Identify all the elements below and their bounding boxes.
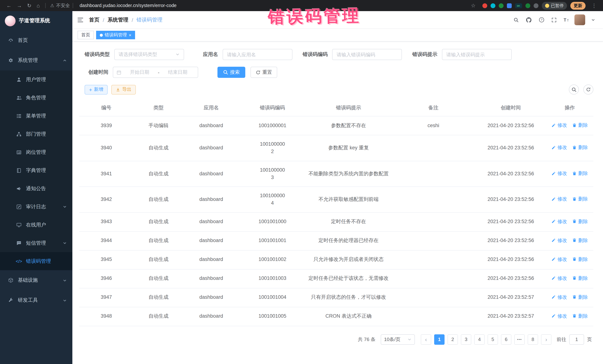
cell-id: 3943 bbox=[79, 212, 134, 231]
delete-link[interactable]: 删除 bbox=[572, 312, 588, 320]
avatar[interactable] bbox=[574, 14, 585, 25]
breadcrumb-item[interactable]: 系统管理 bbox=[108, 16, 128, 23]
update-button[interactable]: 更新 bbox=[570, 2, 586, 10]
app-name-input[interactable] bbox=[222, 49, 292, 60]
reset-button[interactable]: 重置 bbox=[251, 67, 277, 78]
error-code-table: 编号 类型 应用名 错误码编码 错误码提示 备注 创建时间 操作 3939手动编… bbox=[79, 100, 593, 326]
page-size-select[interactable]: 10条/页 bbox=[381, 334, 415, 344]
sidebar-item-notices[interactable]: 通知公告 bbox=[0, 179, 72, 198]
sidebar-toggle[interactable] bbox=[78, 17, 84, 22]
svg-text:T: T bbox=[567, 19, 569, 22]
address-bar[interactable]: ⚠ 不安全 dashboard.yudao.iocoder.cn/system/… bbox=[50, 2, 475, 9]
reload-icon[interactable]: ↻ bbox=[27, 3, 31, 8]
sidebar-item-users[interactable]: 用户管理 bbox=[0, 70, 72, 88]
pager-page-8[interactable]: 8 bbox=[528, 334, 538, 344]
home-icon[interactable]: ⌂ bbox=[36, 3, 40, 8]
add-button[interactable]: + 新增 bbox=[85, 85, 108, 94]
edit-icon bbox=[551, 171, 556, 176]
pager-page-4[interactable]: 4 bbox=[474, 334, 485, 344]
delete-link[interactable]: 删除 bbox=[572, 275, 588, 282]
cell-code: 100100000 2 bbox=[239, 135, 306, 161]
paused-badge[interactable]: 已暂停 bbox=[542, 2, 567, 10]
search-icon[interactable] bbox=[511, 15, 521, 25]
goto-page-input[interactable] bbox=[569, 334, 584, 344]
toggle-search-button[interactable] bbox=[569, 85, 579, 95]
menu-icon bbox=[16, 113, 22, 118]
extension-icon[interactable] bbox=[533, 3, 538, 8]
sidebar-item-error-codes[interactable]: </>错误码管理 bbox=[0, 252, 72, 270]
extension-icon[interactable] bbox=[525, 3, 530, 8]
refresh-table-button[interactable] bbox=[583, 85, 593, 95]
delete-link[interactable]: 删除 bbox=[572, 196, 588, 203]
cell-time: 2021-04-20 23:52:57 bbox=[475, 288, 546, 307]
pager-ellipsis[interactable]: ••• bbox=[514, 334, 525, 344]
pager-page-6[interactable]: 6 bbox=[501, 334, 511, 344]
delete-link[interactable]: 删除 bbox=[572, 121, 588, 129]
edit-link[interactable]: 修改 bbox=[551, 312, 567, 320]
edit-link[interactable]: 修改 bbox=[551, 293, 567, 301]
date-range-picker[interactable]: 开始日期 - 结束日期 bbox=[113, 67, 198, 78]
search-button[interactable]: 搜索 bbox=[218, 67, 245, 78]
extension-icon[interactable] bbox=[482, 3, 487, 8]
fullscreen-icon[interactable] bbox=[549, 15, 559, 25]
sidebar-item-posts[interactable]: 岗位管理 bbox=[0, 143, 72, 161]
tab-home[interactable]: 首页 bbox=[78, 31, 94, 39]
pager-page-2[interactable]: 2 bbox=[448, 334, 458, 344]
edit-link[interactable]: 修改 bbox=[551, 237, 567, 244]
filter-create-time: 创建时间 开始日期 - 结束日期 bbox=[85, 67, 198, 78]
edit-link[interactable]: 修改 bbox=[551, 170, 567, 177]
sidebar-item-infra[interactable]: 基础设施 bbox=[0, 270, 72, 290]
forward-icon[interactable]: → bbox=[17, 3, 22, 8]
cell-msg: 参数配置 key 重复 bbox=[306, 135, 391, 161]
edit-link[interactable]: 修改 bbox=[551, 255, 567, 263]
github-icon[interactable] bbox=[524, 15, 533, 25]
edit-link[interactable]: 修改 bbox=[551, 218, 567, 225]
sidebar-item-system[interactable]: 系统管理 bbox=[0, 50, 72, 70]
next-page-button[interactable]: › bbox=[541, 334, 551, 344]
cell-time: 2021-04-20 23:52:57 bbox=[475, 307, 546, 326]
chevron-down-icon[interactable] bbox=[588, 15, 598, 25]
error-code-input[interactable] bbox=[332, 49, 402, 60]
table-row: 3946自动生成dashboard1001001003定时任务已经处于该状态，无… bbox=[79, 269, 593, 288]
sidebar-item-dev-tools[interactable]: 研发工具 bbox=[0, 290, 72, 310]
error-type-select[interactable]: 请选择错误码类型 bbox=[114, 49, 184, 60]
delete-link[interactable]: 删除 bbox=[572, 170, 588, 177]
sidebar-item-home[interactable]: 首页 bbox=[0, 30, 72, 50]
edit-link[interactable]: 修改 bbox=[551, 121, 567, 129]
sidebar-item-roles[interactable]: 角色管理 bbox=[0, 88, 72, 107]
edit-link[interactable]: 修改 bbox=[551, 196, 567, 203]
action-label: 修改 bbox=[557, 312, 567, 320]
export-button[interactable]: 导出 bbox=[111, 85, 136, 94]
back-icon[interactable]: ← bbox=[6, 3, 12, 8]
delete-link[interactable]: 删除 bbox=[572, 293, 588, 301]
extension-icon[interactable] bbox=[490, 3, 495, 8]
extension-icon[interactable] bbox=[499, 3, 503, 8]
extension-icon[interactable]: on bbox=[515, 3, 522, 8]
sidebar-item-sms[interactable]: 短信管理 bbox=[0, 234, 72, 252]
delete-link[interactable]: 删除 bbox=[572, 237, 588, 244]
font-size-icon[interactable]: TT bbox=[562, 15, 571, 25]
sidebar-item-online-users[interactable]: 在线用户 bbox=[0, 216, 72, 234]
prev-page-button[interactable]: ‹ bbox=[421, 334, 431, 344]
sidebar-item-dicts[interactable]: 字典管理 bbox=[0, 161, 72, 179]
error-hint-input[interactable] bbox=[442, 49, 511, 60]
logo-row[interactable]: 芋道管理系统 bbox=[0, 11, 72, 30]
tab-error-code[interactable]: 错误码管理× bbox=[96, 31, 135, 39]
kebab-menu-icon[interactable]: ⋮ bbox=[591, 3, 597, 8]
delete-link[interactable]: 删除 bbox=[572, 144, 588, 151]
help-icon[interactable]: ? bbox=[537, 15, 546, 25]
breadcrumb-item[interactable]: 首页 bbox=[89, 16, 99, 23]
sidebar-item-menus[interactable]: 菜单管理 bbox=[0, 107, 72, 125]
bookmark-star-icon[interactable]: ☆ bbox=[471, 3, 475, 9]
edit-link[interactable]: 修改 bbox=[551, 144, 567, 151]
extension-icon[interactable] bbox=[507, 3, 511, 8]
edit-link[interactable]: 修改 bbox=[551, 275, 567, 282]
pager-page-1[interactable]: 1 bbox=[434, 334, 445, 344]
delete-link[interactable]: 删除 bbox=[572, 255, 588, 263]
delete-link[interactable]: 删除 bbox=[572, 218, 588, 225]
pager-page-5[interactable]: 5 bbox=[487, 334, 498, 344]
sidebar-item-depts[interactable]: 部门管理 bbox=[0, 125, 72, 143]
pager-page-3[interactable]: 3 bbox=[461, 334, 471, 344]
close-icon[interactable]: × bbox=[129, 33, 131, 37]
sidebar-item-audit-logs[interactable]: 审计日志 bbox=[0, 198, 72, 216]
